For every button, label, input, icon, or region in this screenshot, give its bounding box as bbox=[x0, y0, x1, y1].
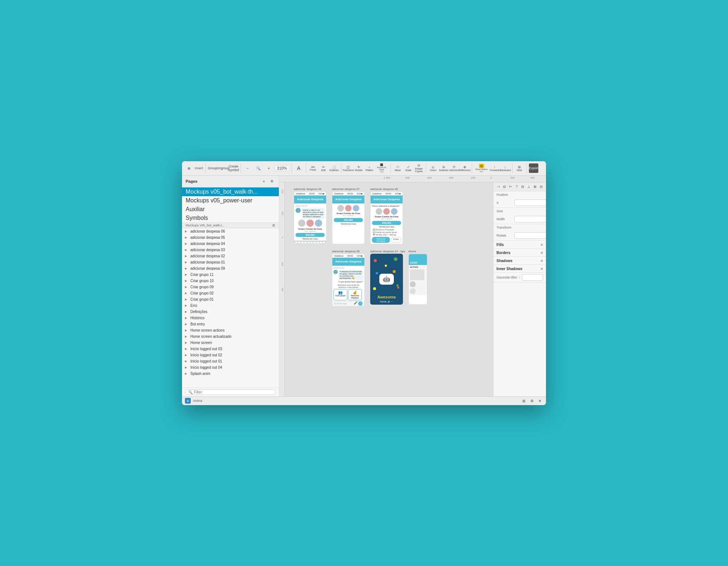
rotate-copies-button[interactable]: ⟳ Rotate Copies bbox=[414, 163, 424, 173]
width-input[interactable] bbox=[514, 216, 546, 222]
page-item-1[interactable]: Mockups v05_bot_walk-th... bbox=[182, 187, 279, 196]
add-fill-button[interactable]: + bbox=[541, 242, 543, 248]
key-u[interactable]: u bbox=[313, 242, 316, 244]
distribute-v-button[interactable]: ⊟ bbox=[538, 184, 544, 190]
add-expense-btn-3[interactable]: Adicionar Despesa bbox=[372, 237, 390, 243]
layer-item-20[interactable]: ▶ Início logged out 03 bbox=[182, 346, 279, 352]
rotate-input[interactable] bbox=[514, 232, 546, 239]
align-left-button[interactable]: ⊣ bbox=[496, 184, 501, 190]
phone-frame-6[interactable]: 16,60 ACTIVO bbox=[408, 254, 427, 305]
layer-item-7[interactable]: ▶ adicionar despesa 09 bbox=[182, 265, 279, 272]
edit-btn-3[interactable]: Editar bbox=[391, 237, 401, 243]
grid-view-button[interactable]: ⊞ bbox=[521, 397, 527, 404]
phone-frame-3[interactable]: Vodafone 09:53 51%■ Adicionar Despesa Po… bbox=[370, 191, 403, 244]
phone-frame-2[interactable]: Vodafone 09:53 51%■ Adicionar Despesa bbox=[332, 191, 365, 244]
layer-item-11[interactable]: ▶ Criar grupo 02 bbox=[182, 290, 279, 296]
canvas-area[interactable]: adicionar despesa 06 Vodafone 09:53 51%■… bbox=[285, 182, 493, 396]
phone-frame-1[interactable]: Vodafone 09:53 51%■ Adicionar Despesa HO… bbox=[294, 191, 327, 244]
key-e[interactable]: e bbox=[301, 242, 304, 244]
difference-button[interactable]: ⊕ Difference bbox=[460, 163, 470, 173]
action-criar-grupo[interactable]: 👥 Criar grupo bbox=[333, 289, 347, 300]
subtract-button[interactable]: ⊖ Subtract bbox=[439, 163, 448, 173]
flatten-button[interactable]: ⬦ Flatten bbox=[365, 163, 374, 173]
zoom-icon[interactable]: 🔍 bbox=[254, 163, 263, 173]
outlines-button[interactable]: ⬜ Outlines bbox=[329, 163, 339, 173]
align-center-h-button[interactable]: ⊟ bbox=[502, 184, 507, 190]
add-inner-shadow-button[interactable]: + bbox=[541, 266, 543, 272]
layer-item-13[interactable]: ▶ Erro bbox=[182, 302, 279, 309]
search-input[interactable] bbox=[194, 390, 273, 394]
layer-item-21[interactable]: ▶ Início logged out 02 bbox=[182, 352, 279, 358]
layer-item-22[interactable]: ▶ Início logged out 01 bbox=[182, 358, 279, 364]
layer-item-17[interactable]: ▶ Home screen actions bbox=[182, 327, 279, 333]
key-q[interactable]: q bbox=[295, 242, 297, 244]
layer-item-23[interactable]: ▶ Início logged out 04 bbox=[182, 364, 279, 371]
layer-item-2[interactable]: ▶ adicionar despesa 05 bbox=[182, 234, 279, 241]
view-button[interactable]: ⊞ View bbox=[515, 163, 524, 173]
align-bottom-button[interactable]: ⊥ bbox=[526, 184, 532, 190]
zoom-out-button[interactable]: − bbox=[243, 163, 253, 173]
layer-item-16[interactable]: ▶ Bot entry bbox=[182, 321, 279, 327]
group-button[interactable]: Group bbox=[208, 163, 217, 173]
backward-button[interactable]: ↓ Backward bbox=[500, 163, 510, 173]
layer-item-4[interactable]: ▶ adicionar despesa 03 bbox=[182, 247, 279, 253]
align-right-button[interactable]: ⊢ bbox=[508, 184, 514, 190]
scale-button[interactable]: ⤢ Scale bbox=[404, 163, 413, 173]
phone-frame-4[interactable]: Vodafone 08:53 51%■ Adicionar Despesa HO… bbox=[332, 254, 365, 306]
layer-item-15[interactable]: ▶ Histórico bbox=[182, 315, 279, 321]
layer-item-8[interactable]: ▶ Criar grupo 11 bbox=[182, 272, 279, 278]
x-input[interactable] bbox=[514, 199, 546, 206]
key-w[interactable]: w bbox=[298, 242, 300, 244]
settings-button[interactable]: ⚙ bbox=[529, 397, 535, 404]
layer-item-24[interactable]: ▶ Splash anim bbox=[182, 371, 279, 377]
round-to-pixel-button[interactable]: ⬛ Round To Pixel 200 bbox=[375, 163, 388, 173]
layer-item-1[interactable]: ▶ adicionar despesa 06 bbox=[182, 228, 279, 234]
fonts-button[interactable]: Aa Fonts bbox=[308, 163, 318, 173]
page-item-3[interactable]: Auxiliar bbox=[182, 205, 279, 214]
layer-item-12[interactable]: ▶ Criar grupo 01 bbox=[182, 296, 279, 302]
edit-button[interactable]: ✏ Edit bbox=[319, 163, 328, 173]
create-symbol-button[interactable]: Create Symbol bbox=[229, 163, 238, 173]
layer-item-5[interactable]: ▶ adicionar despesa 02 bbox=[182, 253, 279, 259]
layer-item-10[interactable]: ▶ Criar grupo 09 bbox=[182, 284, 279, 290]
add-shadow-button[interactable]: + bbox=[541, 258, 543, 264]
text-icon[interactable]: A bbox=[294, 163, 304, 173]
key-r[interactable]: r bbox=[304, 242, 306, 244]
rotate-button[interactable]: ↻ Rotate bbox=[354, 163, 364, 173]
ungroup-button[interactable]: Ungroup bbox=[218, 163, 228, 173]
layer-item-3[interactable]: ▶ adicionar despesa 04 bbox=[182, 241, 279, 247]
key-y[interactable]: y bbox=[310, 242, 313, 244]
key-i[interactable]: i bbox=[317, 242, 319, 244]
add-border-button[interactable]: + bbox=[541, 250, 543, 256]
layer-item-19[interactable]: ▶ Home screen bbox=[182, 340, 279, 346]
align-top-button[interactable]: ⊤ bbox=[514, 184, 519, 190]
zoom-level[interactable]: 310% bbox=[275, 165, 289, 171]
forward-button[interactable]: ↑ Forward bbox=[490, 163, 499, 173]
insert-button[interactable]: ⊕ bbox=[184, 163, 194, 173]
layer-item-6[interactable]: ▶ adicionar despesa 01 bbox=[182, 259, 279, 265]
add-page-button[interactable]: + bbox=[261, 178, 267, 185]
layers-options-button[interactable]: ⊞ bbox=[272, 223, 275, 227]
send-button-4[interactable]: → bbox=[358, 301, 363, 306]
page-options-button[interactable]: ⚙ bbox=[269, 178, 275, 185]
layer-item-9[interactable]: ▶ Criar grupo 10 bbox=[182, 278, 279, 284]
align-center-v-button[interactable]: ⊟ bbox=[520, 184, 526, 190]
layer-item-14[interactable]: ▶ Definições bbox=[182, 309, 279, 315]
phone-frame-5[interactable]: 🤖 Awesome home, já → bbox=[370, 254, 403, 305]
blur-input[interactable]: 0 bbox=[522, 274, 543, 281]
zoom-in-button[interactable]: + bbox=[264, 163, 274, 173]
layer-item-18[interactable]: ▶ Home screen actualizado bbox=[182, 333, 279, 340]
page-item-2[interactable]: Mockups v05_power-user bbox=[182, 196, 279, 205]
close-plugin-button[interactable]: ✕ bbox=[537, 397, 543, 404]
action-adicionar-despesa[interactable]: 💰 Adicionar despesa bbox=[348, 289, 362, 300]
transform-button[interactable]: ◫ Transform bbox=[344, 163, 353, 173]
export-button[interactable]: Export bbox=[529, 163, 538, 173]
key-t[interactable]: t bbox=[308, 242, 310, 244]
key-p[interactable]: p bbox=[323, 242, 325, 244]
key-o[interactable]: o bbox=[320, 242, 322, 244]
union-button[interactable]: ⊔ Union bbox=[428, 163, 438, 173]
distribute-h-button[interactable]: ⊞ bbox=[533, 184, 538, 190]
intersect-button[interactable]: ⊓ Intersect bbox=[450, 163, 459, 173]
page-item-4[interactable]: Symbols bbox=[182, 214, 279, 222]
mask-button[interactable]: ⬭ Mask bbox=[393, 163, 403, 173]
